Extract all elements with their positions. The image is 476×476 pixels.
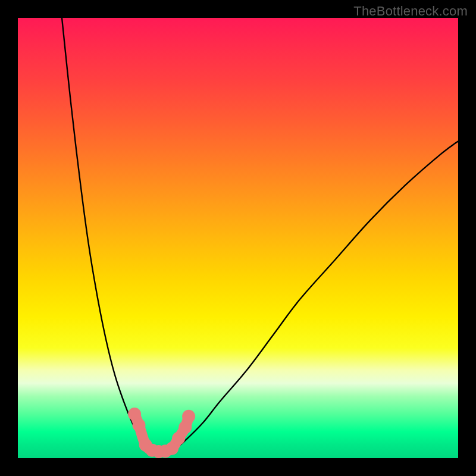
curve-right_branch: [172, 141, 458, 452]
marker-dot-1: [133, 419, 146, 432]
marker-dot-9: [182, 410, 195, 423]
chart-svg: [18, 18, 458, 458]
watermark-text: TheBottleneck.com: [353, 4, 468, 19]
plot-area: [18, 18, 458, 458]
curve-left_branch: [62, 18, 148, 452]
chart-frame: TheBottleneck.com: [0, 0, 476, 476]
marker-layer: [128, 408, 195, 458]
curve-layer: [62, 18, 458, 452]
marker-dot-7: [172, 432, 185, 445]
